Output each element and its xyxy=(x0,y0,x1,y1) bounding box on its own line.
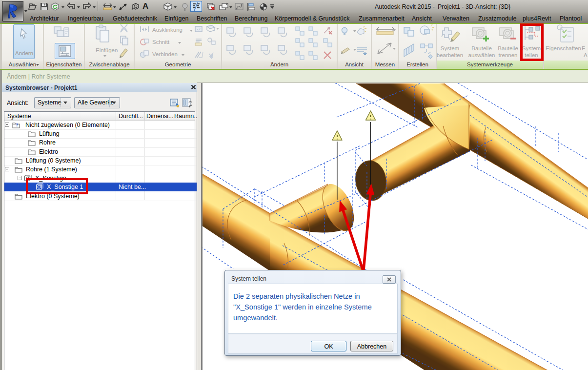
svg-text:?: ? xyxy=(16,123,19,127)
